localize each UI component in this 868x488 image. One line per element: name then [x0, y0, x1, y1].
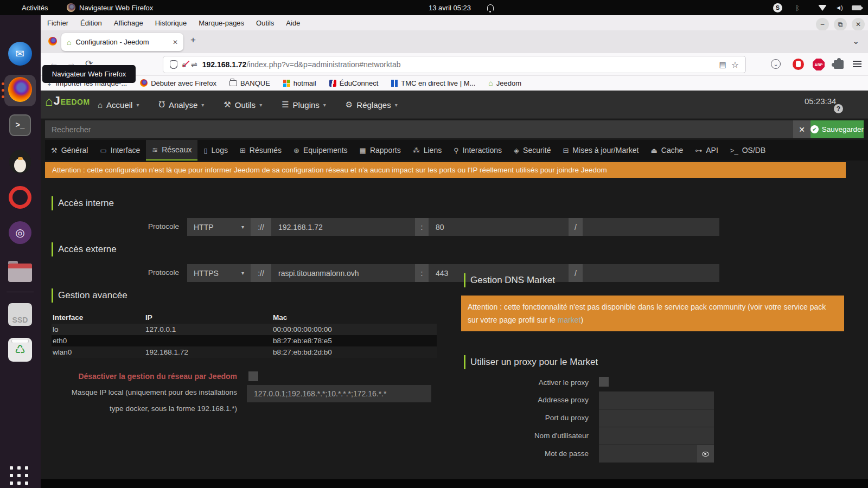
app-menu-hamburger-icon[interactable]	[853, 61, 861, 67]
reader-mode-icon[interactable]: ▤	[719, 60, 726, 69]
insecure-lock-icon[interactable]: 🔒︎🔒	[182, 60, 186, 69]
dock-trash-icon[interactable]: ♺	[8, 338, 32, 362]
internal-port-input[interactable]	[429, 218, 569, 236]
menu-affichage[interactable]: Affichage	[114, 19, 143, 27]
tab-logs[interactable]: ▯Logs	[197, 140, 234, 160]
permissions-toggles-icon[interactable]: ⇌	[191, 60, 197, 69]
volume-icon[interactable]: ◄)	[835, 0, 843, 15]
menu-marque-pages[interactable]: Marque-pages	[199, 19, 244, 27]
dock-tor-browser-icon[interactable]: ◎	[8, 221, 32, 245]
dock-ssd-drive-icon[interactable]: SSD	[8, 303, 32, 326]
proxy-address-input[interactable]	[599, 391, 714, 409]
blocker-hand-icon[interactable]	[793, 59, 804, 70]
clear-search-button[interactable]: ✕	[793, 120, 810, 138]
bookmark-hotmail[interactable]: hotmail	[283, 79, 316, 87]
external-host-input[interactable]	[271, 264, 415, 282]
jeedom-logo[interactable]: ⌂JEEDOM	[45, 95, 90, 107]
activities-button[interactable]: Activités	[22, 0, 48, 15]
url-bar[interactable]: 🔒︎🔒 ⇌ 192.168.1.72/index.php?v=d&p=admin…	[163, 56, 746, 73]
mask-ip-input[interactable]	[247, 385, 431, 402]
table-row[interactable]: wlan0 192.168.1.72 b8:27:eb:bd:2d:b0	[52, 346, 437, 358]
dock-penguin-game-icon[interactable]	[8, 150, 32, 174]
bookmark-folder-banque[interactable]: BANQUE	[229, 79, 270, 87]
table-row[interactable]: eth0 b8:27:eb:e8:78:e5	[52, 335, 437, 346]
help-icon[interactable]: ?	[834, 104, 843, 113]
table-row[interactable]: lo 127.0.0.1 00:00:00:00:00:00	[52, 324, 437, 335]
tab-api[interactable]: ⊶API	[689, 140, 724, 160]
menu-edition[interactable]: Édition	[80, 19, 102, 27]
browser-tab[interactable]: ⌂ Configuration - Jeedom ✕	[61, 33, 183, 51]
clock[interactable]: 13 avril 05:23	[429, 0, 471, 15]
dock-thunderbird-icon[interactable]: ✉	[8, 42, 32, 66]
tab-equipements[interactable]: ⊛Equipements	[288, 140, 354, 160]
pocket-icon[interactable]: ⌄	[771, 59, 781, 69]
dock-app-grid-button[interactable]	[10, 466, 31, 485]
tab-resumes[interactable]: ⊞Résumés	[234, 140, 288, 160]
disable-network-checkbox[interactable]	[248, 371, 258, 381]
enable-proxy-checkbox[interactable]	[599, 377, 609, 387]
wifi-icon[interactable]	[818, 0, 827, 15]
proxy-password-input[interactable]	[599, 445, 697, 463]
status-app-badge[interactable]: S	[773, 0, 782, 15]
dock-files-icon[interactable]	[8, 261, 32, 285]
tab-list-chevron-icon[interactable]: ⌄	[852, 36, 859, 46]
dock-firefox-icon[interactable]	[8, 78, 32, 101]
bookmark-star-icon[interactable]: ☆	[731, 60, 739, 70]
new-tab-button[interactable]: +	[190, 35, 196, 46]
tab-close-icon[interactable]: ✕	[173, 38, 178, 46]
dock-terminal-icon[interactable]: >_	[8, 113, 32, 137]
extensions-puzzle-icon[interactable]	[834, 60, 844, 69]
tab-cache[interactable]: ⏏Cache	[645, 140, 690, 160]
notification-bell-icon[interactable]	[487, 0, 494, 15]
protocol-select-externe[interactable]: HTTPS▾	[187, 264, 251, 282]
url-text[interactable]: 192.168.1.72/index.php?v=d&p=administrat…	[202, 60, 401, 69]
proxy-port-input[interactable]	[599, 409, 714, 427]
interfaces-table: Interface IP Mac lo 127.0.0.1 00:00:00:0…	[52, 311, 437, 358]
tab-os-db[interactable]: >_OS/DB	[724, 140, 771, 160]
menu-aide[interactable]: Aide	[286, 19, 300, 27]
tab-general[interactable]: ⚒Général	[45, 140, 94, 160]
tab-interactions[interactable]: ⚲Interactions	[448, 140, 508, 160]
nav-plugins[interactable]: ☰Plugins▾	[282, 100, 326, 110]
focused-app-indicator[interactable]: Navigateur Web Firefox	[67, 0, 153, 15]
proxy-address-label: Addresse proxy	[464, 396, 589, 404]
tab-liens[interactable]: ⁂Liens	[407, 140, 448, 160]
tab-reseaux[interactable]: ≋Réseaux	[146, 140, 197, 160]
menu-outils[interactable]: Outils	[256, 19, 274, 27]
window-close-button[interactable]: ✕	[852, 18, 865, 31]
battery-icon[interactable]	[852, 0, 861, 15]
tab-rapports[interactable]: ▦Rapports	[354, 140, 407, 160]
proxy-username-input[interactable]	[599, 427, 714, 445]
chevron-down-icon: ▾	[395, 102, 398, 108]
section-gestion-avancee: Gestion avancée	[52, 288, 127, 303]
bookmark-tmc[interactable]: TMC en direct live | M...	[391, 79, 475, 87]
bookmark-educonnect[interactable]: ÉduConnect	[329, 79, 379, 87]
dock: ✉ >_ ◎ SSD ♺	[0, 15, 41, 488]
bluetooth-icon[interactable]: ᛒ	[795, 0, 800, 15]
nav-outils[interactable]: ⚒Outils▾	[224, 100, 262, 110]
bookmark-jeedom[interactable]: ⌂Jeedom	[488, 79, 521, 87]
nav-reglages[interactable]: ⚙Réglages▾	[346, 100, 398, 110]
market-link[interactable]: market	[558, 316, 581, 324]
save-button[interactable]: ✔ Sauvegarder	[810, 120, 864, 138]
internal-host-input[interactable]	[271, 218, 415, 236]
window-restore-button[interactable]: ⧉	[834, 18, 847, 31]
menu-fichier[interactable]: Fichier	[47, 19, 68, 27]
adblock-plus-icon[interactable]: ABP	[813, 59, 825, 70]
protocol-select-interne[interactable]: HTTP▾	[187, 218, 251, 236]
nav-analyse[interactable]: ℧Analyse▾	[158, 100, 204, 110]
tab-interface[interactable]: ▭Interface	[94, 140, 146, 160]
window-minimize-button[interactable]: –	[816, 18, 829, 31]
search-input[interactable]	[45, 120, 793, 138]
external-path-input[interactable]	[583, 264, 719, 282]
tab-securite[interactable]: ◈Securité	[508, 140, 557, 160]
tab-mises-a-jour-market[interactable]: ⊟Mises à jour/Market	[557, 140, 644, 160]
harddrive-icon: ⊟	[563, 146, 569, 155]
nav-accueil[interactable]: ⌂Accueil▾	[98, 100, 139, 110]
menu-historique[interactable]: Historique	[155, 19, 187, 27]
internal-path-input[interactable]	[583, 218, 719, 236]
dock-opera-icon[interactable]	[8, 185, 32, 209]
show-password-button[interactable]	[697, 445, 714, 463]
bookmark-firefox-start[interactable]: Débuter avec Firefox	[140, 79, 216, 87]
tracking-shield-icon[interactable]	[170, 60, 177, 69]
